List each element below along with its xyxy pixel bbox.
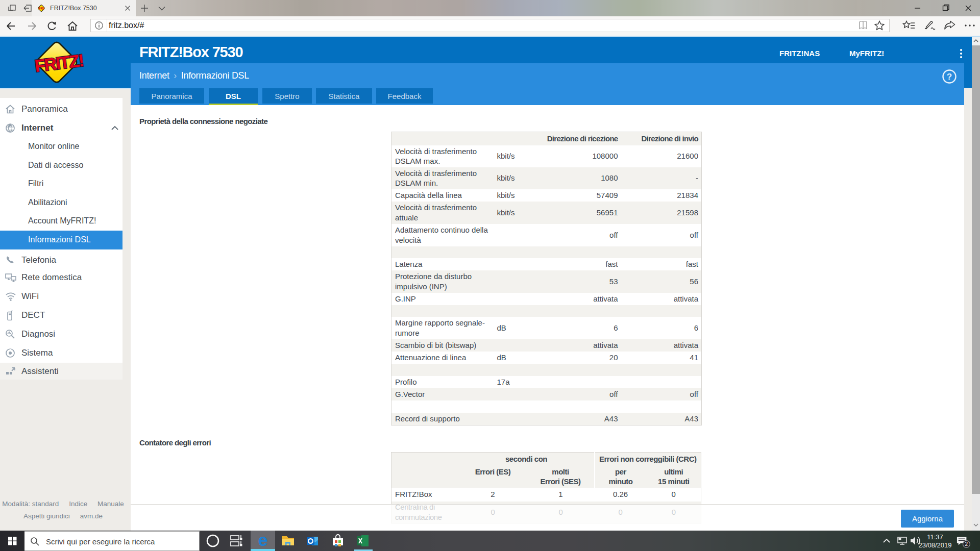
svg-text:FRITZ!: FRITZ! — [34, 51, 85, 76]
svg-text:FR!: FR! — [39, 7, 44, 10]
svg-text:2: 2 — [965, 541, 968, 547]
svg-text:?: ? — [947, 72, 952, 82]
